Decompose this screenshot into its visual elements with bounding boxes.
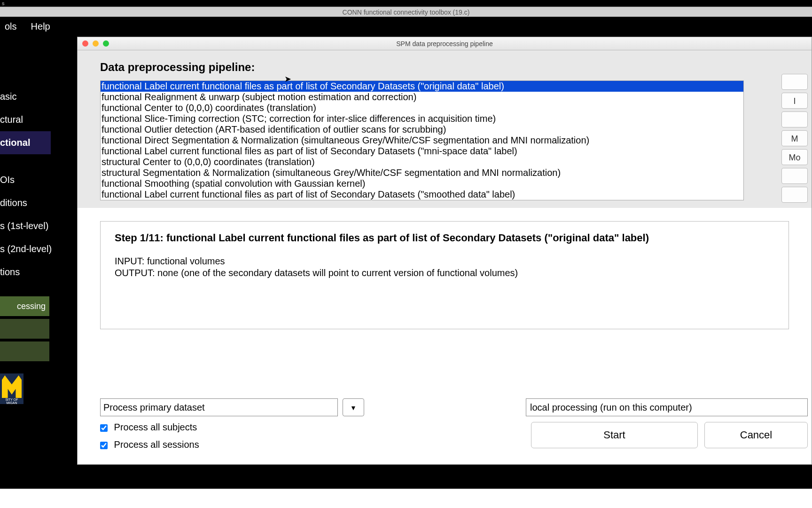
pipeline-heading: Data preprocessing pipeline: bbox=[100, 61, 789, 74]
check-all-sessions-label: Process all sessions bbox=[114, 439, 199, 450]
check-all-subjects[interactable]: Process all subjects bbox=[100, 422, 199, 433]
pipeline-row[interactable]: structural Segmentation & Normalization … bbox=[101, 167, 743, 178]
step-input: INPUT: functional volumes bbox=[115, 255, 774, 267]
dataset-combo-input[interactable] bbox=[100, 398, 326, 416]
dialog-title: SPM data preprocessing pipeline bbox=[78, 40, 812, 48]
processing-button-3[interactable] bbox=[0, 341, 49, 361]
cancel-button[interactable]: Cancel bbox=[704, 422, 808, 448]
pipeline-row[interactable]: functional Label current functional file… bbox=[101, 81, 743, 92]
dataset-combo[interactable]: ▼ bbox=[100, 398, 364, 416]
pipeline-row[interactable]: structural Center to (0,0,0) coordinates… bbox=[101, 157, 743, 167]
sidebar-item-cov-1st[interactable]: s (1st-level) bbox=[0, 214, 63, 238]
pipeline-row[interactable]: functional Outlier detection (ART-based … bbox=[101, 124, 743, 135]
check-all-sessions-input[interactable] bbox=[100, 442, 108, 449]
menu-help[interactable]: Help bbox=[31, 21, 50, 32]
pipeline-side-button[interactable] bbox=[781, 74, 808, 90]
parent-window-title: CONN functional connectivity toolbox (19… bbox=[0, 7, 812, 17]
os-menubar: s bbox=[0, 0, 812, 7]
conn-main-window: ols Help asic ctural ctional OIs ditions… bbox=[0, 17, 812, 489]
pipeline-side-button[interactable] bbox=[781, 168, 808, 184]
processing-mode-combo[interactable] bbox=[526, 398, 808, 416]
pipeline-row[interactable]: functional Smoothing (spatial convolutio… bbox=[101, 178, 743, 189]
check-all-subjects-input[interactable] bbox=[100, 424, 108, 432]
pipeline-row[interactable]: functional Label current functional file… bbox=[101, 189, 743, 200]
step-detail-panel: Step 1/11: functional Label current func… bbox=[100, 221, 789, 329]
sidebar-item-conditions[interactable]: ditions bbox=[0, 191, 63, 214]
pipeline-side-button[interactable]: M bbox=[781, 130, 808, 146]
step-output: OUTPUT: none (one of the secondary datas… bbox=[115, 267, 774, 279]
processing-buttons: cessing bbox=[0, 296, 49, 364]
processing-button-2[interactable] bbox=[0, 319, 49, 339]
sidebar-item-structural[interactable]: ctural bbox=[0, 108, 63, 131]
start-button[interactable]: Start bbox=[531, 422, 698, 448]
dialog-titlebar[interactable]: SPM data preprocessing pipeline bbox=[78, 37, 812, 50]
pipeline-side-button[interactable]: Mo bbox=[781, 149, 808, 165]
check-all-subjects-label: Process all subjects bbox=[114, 422, 197, 432]
sidebar-item-basic[interactable]: asic bbox=[0, 85, 63, 108]
pipeline-row[interactable]: functional Center to (0,0,0) coordinates… bbox=[101, 103, 743, 113]
pipeline-side-button[interactable] bbox=[781, 187, 808, 203]
sidebar-item-cov-2nd[interactable]: s (2nd-level) bbox=[0, 238, 63, 261]
cursor-icon: ➤ bbox=[284, 74, 291, 84]
sidebar-item-functional[interactable]: ctional bbox=[0, 131, 51, 154]
check-all-sessions[interactable]: Process all sessions bbox=[100, 439, 199, 450]
pipeline-side-button[interactable] bbox=[781, 111, 808, 127]
pipeline-side-buttons: IMMo bbox=[781, 74, 808, 206]
dataset-combo-dropdown[interactable]: ▼ bbox=[343, 398, 364, 416]
preprocessing-button[interactable]: cessing bbox=[0, 296, 49, 316]
sidebar-item-options[interactable]: tions bbox=[0, 261, 63, 284]
app-menubar: ols Help bbox=[0, 17, 63, 36]
setup-sidebar: asic ctural ctional OIs ditions s (1st-l… bbox=[0, 85, 63, 284]
pipeline-row[interactable]: functional Direct Segmentation & Normali… bbox=[101, 135, 743, 146]
pipeline-side-button[interactable]: I bbox=[781, 93, 808, 109]
pipeline-listbox[interactable]: functional Label current functional file… bbox=[100, 80, 744, 200]
pipeline-row[interactable]: functional Realignment & unwarp (subject… bbox=[101, 92, 743, 103]
dataset-combo-arrow-attached[interactable] bbox=[326, 398, 338, 416]
sidebar-item-rois[interactable]: OIs bbox=[0, 168, 63, 191]
pipeline-row[interactable]: functional Slice-Timing correction (STC;… bbox=[101, 113, 743, 124]
menu-tools[interactable]: ols bbox=[5, 21, 17, 32]
preprocessing-dialog: SPM data preprocessing pipeline Data pre… bbox=[77, 37, 812, 465]
step-title: Step 1/11: functional Label current func… bbox=[115, 232, 774, 244]
pipeline-row[interactable]: functional Label current functional file… bbox=[101, 146, 743, 157]
